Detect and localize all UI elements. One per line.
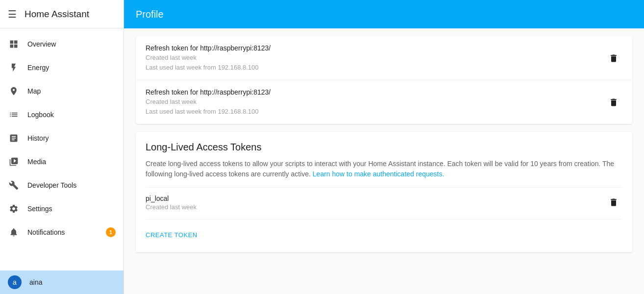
sidebar-label-energy: Energy (27, 64, 49, 72)
token-info-2: Refresh token for http://raspberrypi:812… (146, 88, 605, 116)
refresh-token-row-1: Refresh token for http://raspberrypi:812… (136, 36, 632, 80)
user-item[interactable]: a aina (0, 270, 124, 294)
long-lived-section-desc: Create long-lived access tokens to allow… (146, 159, 622, 179)
sidebar-header: ☰ Home Assistant (0, 0, 124, 28)
token-last-used-2: Last used last week from 192.168.8.100 (146, 107, 605, 117)
top-bar: Profile (124, 0, 644, 28)
sidebar-item-energy[interactable]: Energy (0, 56, 124, 79)
sidebar-label-media: Media (27, 158, 46, 166)
sidebar-item-logbook[interactable]: Logbook (0, 103, 124, 126)
sidebar-item-overview[interactable]: Overview (0, 32, 124, 56)
sidebar: ☰ Home Assistant Overview Energy Map (0, 0, 124, 294)
notifications-icon (8, 226, 20, 238)
main-content: Profile Refresh token for http://raspber… (124, 0, 644, 294)
refresh-tokens-card: Refresh token for http://raspberrypi:812… (136, 36, 632, 124)
token-title-2: Refresh token for http://raspberrypi:812… (146, 88, 605, 96)
sidebar-item-history[interactable]: History (0, 126, 124, 150)
create-token-button[interactable]: CREATE TOKEN (146, 227, 198, 243)
sidebar-label-overview: Overview (27, 40, 56, 48)
sidebar-item-map[interactable]: Map (0, 79, 124, 103)
map-icon (8, 85, 20, 97)
sidebar-item-developer-tools[interactable]: Developer Tools (0, 173, 124, 197)
token-info-1: Refresh token for http://raspberrypi:812… (146, 44, 605, 72)
app-title: Home Assistant (25, 9, 89, 20)
sidebar-label-map: Map (27, 87, 41, 95)
long-token-name: pi_local (146, 195, 605, 202)
delete-token-button-1[interactable] (605, 49, 622, 67)
delete-long-token-button[interactable] (605, 194, 622, 211)
token-title-1: Refresh token for http://raspberrypi:812… (146, 44, 605, 52)
long-token-created: Created last week (146, 203, 605, 211)
user-name: aina (29, 278, 42, 286)
long-lived-section-title: Long-Lived Access Tokens (146, 142, 622, 153)
logbook-icon (8, 109, 20, 121)
avatar: a (8, 275, 22, 289)
media-icon (8, 156, 20, 168)
refresh-token-row-2: Refresh token for http://raspberrypi:812… (136, 80, 632, 124)
content-area: Refresh token for http://raspberrypi:812… (124, 28, 644, 294)
token-created-1: Created last week (146, 53, 605, 63)
sidebar-label-logbook: Logbook (27, 111, 54, 119)
sidebar-label-notifications: Notifications (27, 228, 65, 236)
delete-token-button-2[interactable] (605, 94, 622, 111)
sidebar-item-media[interactable]: Media (0, 150, 124, 173)
long-lived-tokens-section: Long-Lived Access Tokens Create long-liv… (136, 132, 632, 252)
hamburger-icon[interactable]: ☰ (8, 8, 17, 20)
sidebar-nav: Overview Energy Map Logbook (0, 28, 124, 270)
energy-icon (8, 62, 20, 74)
overview-icon (8, 38, 20, 50)
create-token-row: CREATE TOKEN (146, 219, 622, 243)
developer-tools-icon (8, 179, 20, 191)
sidebar-item-notifications[interactable]: Notifications 1 (0, 220, 124, 244)
page-title: Profile (136, 9, 164, 20)
sidebar-item-settings[interactable]: Settings (0, 197, 124, 220)
history-icon (8, 132, 20, 144)
long-token-info: pi_local Created last week (146, 195, 605, 211)
token-last-used-1: Last used last week from 192.168.8.100 (146, 63, 605, 73)
long-token-row: pi_local Created last week (146, 187, 622, 217)
sidebar-label-settings: Settings (27, 205, 52, 213)
settings-icon (8, 203, 20, 215)
notifications-badge: 1 (106, 227, 116, 237)
sidebar-label-history: History (27, 134, 49, 142)
learn-link[interactable]: Learn how to make authenticated requests… (313, 170, 445, 178)
sidebar-label-developer-tools: Developer Tools (27, 181, 76, 189)
token-created-2: Created last week (146, 97, 605, 107)
